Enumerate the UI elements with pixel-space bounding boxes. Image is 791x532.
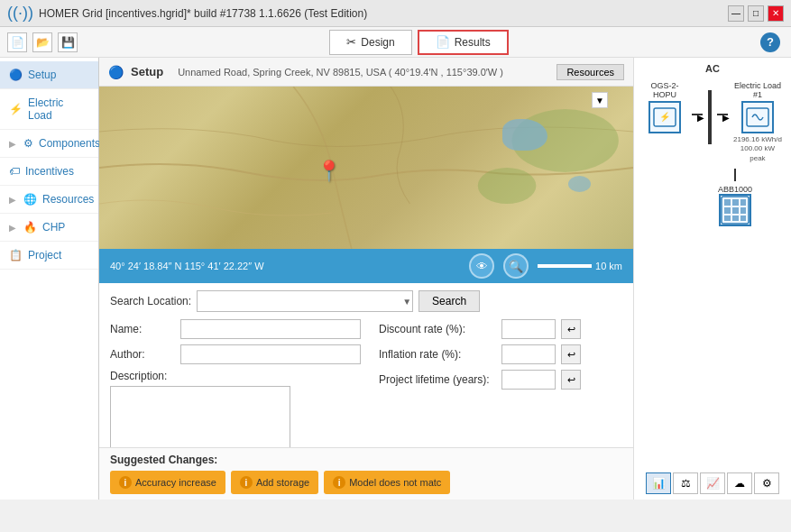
map-scale-bar: 10 km (538, 261, 622, 271)
map-pin: 📍 (317, 160, 341, 183)
setup-location: Unnamed Road, Spring Creek, NV 89815, US… (178, 67, 503, 78)
generator-icon: ⚡ (652, 105, 677, 130)
design-tab-icon: ✂ (346, 35, 356, 49)
lifetime-button[interactable]: ↩ (561, 370, 581, 390)
left-col: Name: Author: Description: (110, 319, 361, 447)
sidebar-item-incentives[interactable]: 🏷 Incentives (0, 158, 98, 186)
cloud-icon-btn[interactable]: ☁ (727, 472, 752, 494)
sidebar-item-label: Components (39, 137, 100, 150)
scale-label: 10 km (595, 261, 622, 271)
sidebar-item-label: Resources (42, 193, 94, 206)
open-file-button[interactable]: 📂 (32, 32, 52, 52)
description-textarea[interactable] (110, 386, 290, 447)
name-input[interactable] (180, 319, 361, 339)
map-lake (502, 119, 547, 151)
setup-header-icon: 🔵 (108, 65, 124, 79)
name-row: Name: (110, 319, 361, 339)
sidebar-item-project[interactable]: 📋 Project (0, 242, 98, 270)
svg-rect-9 (724, 207, 731, 214)
svg-rect-12 (724, 216, 731, 221)
author-row: Author: (110, 344, 361, 364)
map-lake-small (568, 176, 591, 192)
form-area: Search Location: ▼ Search Name: Author: (99, 283, 633, 447)
new-file-button[interactable]: 📄 (7, 32, 27, 52)
ac-label: AC (639, 63, 786, 74)
mismatch-info-icon: i (333, 476, 345, 489)
map-terrain (99, 87, 633, 249)
chart-icon-btn[interactable]: 📈 (700, 472, 725, 494)
sidebar-item-label: Setup (28, 69, 56, 81)
sidebar-item-setup[interactable]: 🔵 Setup (0, 61, 98, 89)
author-label: Author: (110, 348, 173, 361)
content-area: 🔵 Setup Unnamed Road, Spring Creek, NV 8… (99, 58, 633, 500)
map-visibility-button[interactable]: 👁 (469, 253, 494, 279)
sidebar-item-resources[interactable]: ▶ 🌐 Resources (0, 186, 98, 214)
map-dropdown-button[interactable]: ▼ (592, 92, 608, 108)
suggested-changes-title: Suggested Changes: (110, 454, 622, 466)
discount-rate-row: Discount rate (%): 8.00 ↩ (379, 319, 622, 339)
map-search-button[interactable]: 🔍 (503, 253, 529, 279)
balance-icon-btn[interactable]: ⚖ (673, 472, 698, 494)
title-bar: ((·)) HOMER Grid [incentives.hgrid]* bui… (0, 0, 791, 27)
electric-load-icon[interactable] (741, 101, 774, 133)
search-row: Search Location: ▼ Search (110, 290, 622, 312)
name-label: Name: (110, 323, 173, 335)
resources-button[interactable]: Resources (556, 64, 624, 80)
inflation-rate-input[interactable]: 2.00 (501, 344, 556, 364)
summary-icon-btn[interactable]: 📊 (646, 472, 671, 494)
design-tab[interactable]: ✂ Design (329, 30, 411, 55)
toolbar: 📄 📂 💾 ✂ Design 📄 Results ? (0, 27, 791, 58)
discount-rate-input[interactable]: 8.00 (501, 319, 556, 339)
inflation-rate-button[interactable]: ↩ (561, 344, 581, 364)
resources-icon: 🌐 (23, 193, 37, 206)
model-mismatch-button[interactable]: i Model does not matc (324, 471, 450, 494)
close-button[interactable]: ✕ (768, 5, 784, 22)
sidebar-item-label: Incentives (25, 165, 74, 178)
app-title: HOMER Grid [incentives.hgrid]* build #17… (39, 7, 367, 20)
sidebar: 🔵 Setup ⚡ Electric Load ▶ ⚙ Components 🏷… (0, 58, 99, 500)
minimize-button[interactable]: — (728, 5, 744, 22)
search-location-input[interactable] (197, 290, 413, 312)
bottom-icon-bar: 📊 ⚖ 📈 ☁ ⚙ (639, 472, 786, 494)
search-location-label: Search Location: (110, 295, 191, 307)
main-layout: 🔵 Setup ⚡ Electric Load ▶ ⚙ Components 🏷… (0, 58, 791, 500)
project-icon: 📋 (9, 249, 23, 261)
map-background[interactable]: 📍 ▼ (99, 87, 633, 249)
add-storage-label: Add storage (256, 477, 309, 488)
settings-icon-btn[interactable]: ⚙ (754, 472, 779, 494)
description-label: Description: (110, 370, 361, 382)
sidebar-item-chp[interactable]: ▶ 🔥 CHP (0, 214, 98, 242)
electric-load-component: Electric Load #1 2196.16 kWh/d100.00 kW … (733, 81, 782, 163)
results-tab[interactable]: 📄 Results (418, 30, 509, 55)
svg-rect-6 (724, 199, 731, 206)
right-panel: AC OGS-2-HOPU ⚡ ▶ (633, 58, 791, 500)
sidebar-item-label: Project (28, 249, 61, 261)
search-button[interactable]: Search (418, 290, 480, 312)
lifetime-input[interactable]: 25.00 (501, 370, 556, 390)
help-button[interactable]: ? (760, 32, 780, 52)
abb-icon[interactable] (719, 194, 751, 226)
expand-icon: ▶ (9, 195, 16, 205)
lifetime-row: Project lifetime (years): 25.00 ↩ (379, 370, 622, 390)
ogs-icon[interactable]: ⚡ (648, 101, 681, 133)
setup-header: 🔵 Setup Unnamed Road, Spring Creek, NV 8… (99, 58, 633, 87)
expand-icon: ▶ (9, 223, 16, 233)
save-file-button[interactable]: 💾 (58, 32, 78, 52)
sidebar-item-components[interactable]: ▶ ⚙ Components (0, 130, 98, 158)
sidebar-item-label: Electric Load (28, 96, 89, 122)
map-area: 📍 ▼ (99, 87, 633, 249)
svg-rect-11 (740, 207, 746, 214)
svg-rect-8 (740, 199, 746, 206)
map-coordinates: 40° 24′ 18.84″ N 115° 41′ 22.22″ W (110, 261, 460, 271)
scale-line (538, 264, 592, 268)
add-storage-button[interactable]: i Add storage (231, 471, 318, 494)
maximize-button[interactable]: □ (748, 5, 764, 22)
ogs-label: OGS-2-HOPU (643, 81, 686, 99)
search-dropdown-arrow[interactable]: ▼ (402, 297, 411, 307)
sidebar-item-electric-load[interactable]: ⚡ Electric Load (0, 89, 98, 130)
accuracy-increase-button[interactable]: i Accuracy increase (110, 471, 225, 494)
accuracy-info-icon: i (119, 476, 132, 489)
discount-rate-button[interactable]: ↩ (561, 319, 581, 339)
author-input[interactable] (180, 344, 361, 364)
model-mismatch-label: Model does not matc (349, 477, 441, 488)
